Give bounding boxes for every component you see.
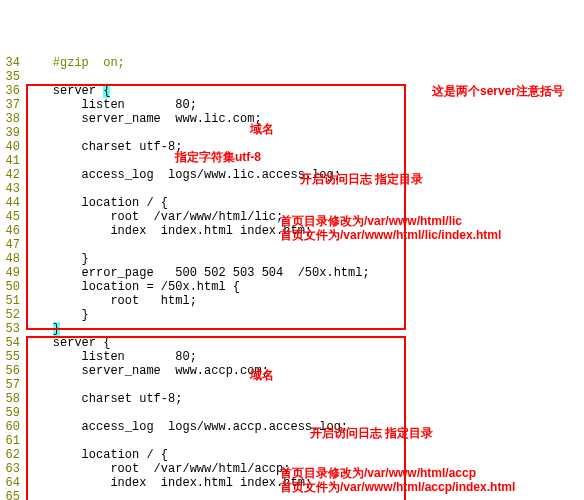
code-text xyxy=(24,490,584,500)
line-number: 47 xyxy=(0,238,24,252)
code-text: server { xyxy=(24,84,584,98)
code-line[interactable]: 36 server { xyxy=(0,84,584,98)
line-number: 37 xyxy=(0,98,24,112)
code-line[interactable]: 43 xyxy=(0,182,584,196)
code-text: root /var/www/html/accp; xyxy=(24,462,584,476)
code-text: } xyxy=(24,322,584,336)
line-number: 38 xyxy=(0,112,24,126)
code-text: } xyxy=(24,252,584,266)
code-line[interactable]: 38 server_name www.lic.com; xyxy=(0,112,584,126)
code-line[interactable]: 35 xyxy=(0,70,584,84)
line-number: 40 xyxy=(0,140,24,154)
code-text xyxy=(24,182,584,196)
code-text xyxy=(24,154,584,168)
code-text: access_log logs/www.lic.access.log; xyxy=(24,168,584,182)
code-text xyxy=(24,126,584,140)
code-text: charset utf-8; xyxy=(24,392,584,406)
code-text: charset utf-8; xyxy=(24,140,584,154)
code-text: listen 80; xyxy=(24,350,584,364)
code-line[interactable]: 47 xyxy=(0,238,584,252)
code-line[interactable]: 65 xyxy=(0,490,584,500)
code-line[interactable]: 53 } xyxy=(0,322,584,336)
code-line[interactable]: 62 location / { xyxy=(0,448,584,462)
line-number: 58 xyxy=(0,392,24,406)
line-number: 44 xyxy=(0,196,24,210)
code-text: index index.html index.htm; xyxy=(24,476,584,490)
line-number: 57 xyxy=(0,378,24,392)
line-number: 36 xyxy=(0,84,24,98)
code-text xyxy=(24,434,584,448)
code-text: index index.html index.htm; xyxy=(24,224,584,238)
code-line[interactable]: 34 #gzip on; xyxy=(0,56,584,70)
code-line[interactable]: 44 location / { xyxy=(0,196,584,210)
code-text: error_page 500 502 503 504 /50x.html; xyxy=(24,266,584,280)
line-number: 55 xyxy=(0,350,24,364)
line-number: 35 xyxy=(0,70,24,84)
line-number: 61 xyxy=(0,434,24,448)
code-text: location / { xyxy=(24,196,584,210)
code-line[interactable]: 50 location = /50x.html { xyxy=(0,280,584,294)
line-number: 41 xyxy=(0,154,24,168)
line-number: 51 xyxy=(0,294,24,308)
code-text: } xyxy=(24,308,584,322)
line-number: 53 xyxy=(0,322,24,336)
code-line[interactable]: 42 access_log logs/www.lic.access.log; xyxy=(0,168,584,182)
line-number: 46 xyxy=(0,224,24,238)
code-text: #gzip on; xyxy=(24,56,584,70)
code-line[interactable]: 40 charset utf-8; xyxy=(0,140,584,154)
code-text: listen 80; xyxy=(24,98,584,112)
code-line[interactable]: 52 } xyxy=(0,308,584,322)
line-number: 45 xyxy=(0,210,24,224)
code-line[interactable]: 46 index index.html index.htm; xyxy=(0,224,584,238)
code-text xyxy=(24,238,584,252)
code-text xyxy=(24,70,584,84)
code-line[interactable]: 58 charset utf-8; xyxy=(0,392,584,406)
line-number: 42 xyxy=(0,168,24,182)
line-number: 65 xyxy=(0,490,24,500)
code-line[interactable]: 37 listen 80; xyxy=(0,98,584,112)
line-number: 60 xyxy=(0,420,24,434)
code-line[interactable]: 48 } xyxy=(0,252,584,266)
code-text: server { xyxy=(24,336,584,350)
line-number: 63 xyxy=(0,462,24,476)
line-number: 49 xyxy=(0,266,24,280)
code-text: access_log logs/www.accp.access.log; xyxy=(24,420,584,434)
code-line[interactable]: 45 root /var/www/html/lic; xyxy=(0,210,584,224)
code-text: root /var/www/html/lic; xyxy=(24,210,584,224)
code-line[interactable]: 61 xyxy=(0,434,584,448)
code-line[interactable]: 64 index index.html index.htm; xyxy=(0,476,584,490)
line-number: 43 xyxy=(0,182,24,196)
line-number: 48 xyxy=(0,252,24,266)
code-text: location / { xyxy=(24,448,584,462)
code-text xyxy=(24,378,584,392)
code-text: root html; xyxy=(24,294,584,308)
line-number: 62 xyxy=(0,448,24,462)
line-number: 54 xyxy=(0,336,24,350)
code-editor[interactable]: 34 #gzip on;3536 server {37 listen 80;38… xyxy=(0,56,584,500)
line-number: 50 xyxy=(0,280,24,294)
code-line[interactable]: 55 listen 80; xyxy=(0,350,584,364)
line-number: 56 xyxy=(0,364,24,378)
line-number: 39 xyxy=(0,126,24,140)
code-line[interactable]: 49 error_page 500 502 503 504 /50x.html; xyxy=(0,266,584,280)
code-line[interactable]: 39 xyxy=(0,126,584,140)
line-number: 52 xyxy=(0,308,24,322)
code-line[interactable]: 51 root html; xyxy=(0,294,584,308)
code-text: server_name www.lic.com; xyxy=(24,112,584,126)
code-line[interactable]: 59 xyxy=(0,406,584,420)
code-text xyxy=(24,406,584,420)
code-line[interactable]: 60 access_log logs/www.accp.access.log; xyxy=(0,420,584,434)
code-line[interactable]: 57 xyxy=(0,378,584,392)
code-line[interactable]: 54 server { xyxy=(0,336,584,350)
line-number: 34 xyxy=(0,56,24,70)
code-text: location = /50x.html { xyxy=(24,280,584,294)
code-line[interactable]: 56 server_name www.accp.com; xyxy=(0,364,584,378)
code-line[interactable]: 41 xyxy=(0,154,584,168)
line-number: 64 xyxy=(0,476,24,490)
line-number: 59 xyxy=(0,406,24,420)
code-text: server_name www.accp.com; xyxy=(24,364,584,378)
code-line[interactable]: 63 root /var/www/html/accp; xyxy=(0,462,584,476)
